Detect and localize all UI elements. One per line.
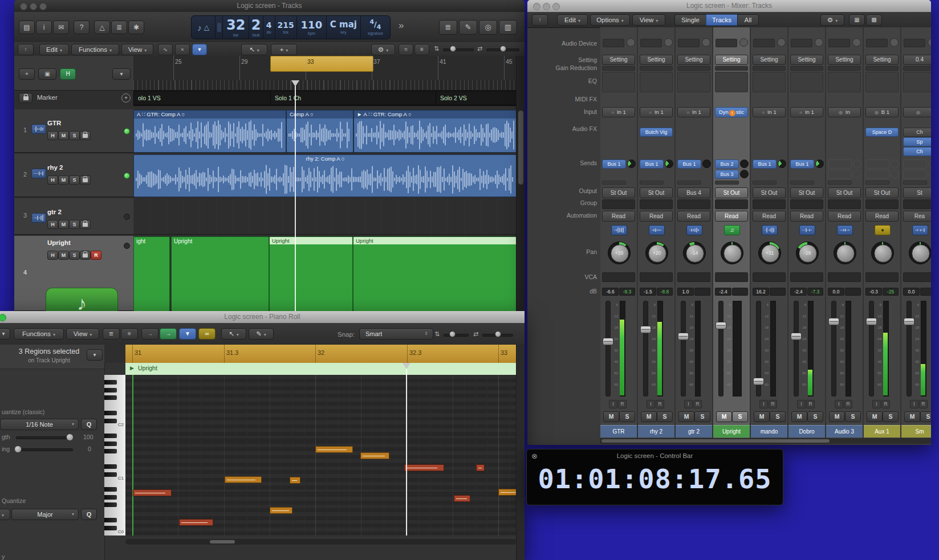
swing-slider[interactable]: [16, 448, 73, 451]
scale-root-dropdown[interactable]: ▾: [0, 509, 10, 520]
lock-icon[interactable]: [80, 251, 91, 260]
inspector-toggle-icon[interactable]: ≡: [121, 328, 138, 340]
note-pads-icon[interactable]: ✎: [459, 20, 477, 35]
eq-display[interactable]: [753, 72, 786, 92]
send-knob[interactable]: [778, 160, 786, 168]
automation-button[interactable]: Read: [753, 211, 786, 222]
solo-button[interactable]: S: [69, 131, 80, 140]
eq-display[interactable]: [903, 72, 931, 92]
bar-ruler[interactable]: 252933374145: [133, 56, 516, 81]
fader-handle[interactable]: [828, 318, 839, 325]
send-knob[interactable]: [627, 160, 636, 168]
horizontal-zoom-knob[interactable]: [500, 46, 506, 52]
solo-button[interactable]: S: [69, 251, 80, 260]
automation-button[interactable]: Read: [640, 211, 673, 222]
audio-device-slot[interactable]: [678, 39, 700, 47]
group-slot[interactable]: [790, 199, 823, 209]
vertical-zoom-icon[interactable]: ⇅: [434, 330, 440, 338]
audio-device-knob[interactable]: [928, 38, 931, 47]
eq-display[interactable]: [715, 72, 748, 92]
audio-device-slot[interactable]: [640, 39, 662, 47]
collapse-tracks-icon[interactable]: ≡: [414, 44, 429, 55]
group-slot[interactable]: [602, 199, 635, 209]
automation-icon[interactable]: ∿: [158, 44, 173, 55]
tracks-vscrollbar[interactable]: [516, 56, 525, 311]
pencil-tool-button[interactable]: ✎▾: [249, 328, 274, 340]
output-button[interactable]: St Out: [602, 187, 635, 198]
channel-name[interactable]: Aux 1: [864, 425, 900, 438]
library-icon[interactable]: ▤: [19, 21, 35, 34]
fader-track[interactable]: [831, 301, 836, 397]
send-slot-empty[interactable]: [903, 160, 927, 169]
media-icon[interactable]: ✉: [53, 21, 69, 34]
input-monitor-button[interactable]: I: [835, 400, 843, 408]
lcd-div[interactable]: 4 div: [263, 16, 275, 39]
zoom-tool-icon[interactable]: ◎: [479, 20, 497, 35]
mute-button[interactable]: M: [904, 411, 920, 422]
menu-functions[interactable]: Functions▾: [14, 328, 64, 340]
event-list-icon[interactable]: ≣: [103, 328, 120, 340]
solo-button[interactable]: S: [845, 411, 861, 422]
group-slot[interactable]: [715, 199, 748, 209]
channel-strip[interactable]: Setting○In 1Bus 1Bus 4Read-141.061218243…: [676, 27, 713, 438]
output-button[interactable]: St Out: [865, 187, 899, 198]
send-knob-empty[interactable]: [928, 160, 931, 168]
audio-device-slot[interactable]: [828, 39, 850, 47]
solo-button[interactable]: S: [807, 411, 823, 422]
quick-help-icon[interactable]: ?: [74, 21, 90, 34]
fader-track[interactable]: [794, 301, 799, 397]
midi-capture-icon[interactable]: →: [160, 328, 177, 340]
view-tracks-tab[interactable]: Tracks: [706, 14, 738, 26]
send-knob-empty[interactable]: [928, 170, 931, 178]
audio-device-slot[interactable]: [716, 39, 737, 47]
input-monitor-button[interactable]: I: [609, 400, 617, 408]
group-slot[interactable]: [640, 199, 673, 209]
menu-edit[interactable]: Edit▾: [39, 44, 69, 55]
pan-knob[interactable]: -14: [683, 242, 706, 264]
black-key[interactable]: [104, 518, 117, 522]
fader-handle[interactable]: [603, 338, 613, 345]
record-enable-button[interactable]: R: [693, 400, 702, 408]
mute-button[interactable]: M: [58, 251, 69, 260]
more-chevron[interactable]: »: [399, 20, 404, 31]
record-enable-button[interactable]: R: [769, 400, 777, 408]
menu-view[interactable]: View▾: [121, 44, 153, 55]
mute-button[interactable]: M: [58, 131, 69, 140]
audio-fx-slot[interactable]: Ch: [903, 147, 931, 156]
output-button[interactable]: St Out: [790, 187, 823, 198]
collapse-panel-icon[interactable]: ▾: [87, 349, 103, 361]
channel-name[interactable]: GTR: [600, 425, 637, 438]
automation-button[interactable]: Read: [828, 211, 861, 222]
record-ready-dot[interactable]: [124, 128, 130, 134]
track-header[interactable]: 3gtr 2HMS: [14, 198, 134, 235]
fader-handle[interactable]: [716, 322, 726, 329]
metronome-icon[interactable]: △: [94, 21, 110, 34]
group-slot[interactable]: [828, 199, 861, 209]
audio-device-slot[interactable]: [866, 39, 888, 47]
tracks-vscrollbar-thumb[interactable]: [518, 111, 523, 185]
region-play-icon[interactable]: ▶: [130, 365, 134, 371]
mute-button[interactable]: M: [641, 411, 657, 422]
channel-strip[interactable]: SettingDyn!sticBus 2Bus 3St OutRead♫-2.4…: [713, 27, 751, 438]
add-marker-icon[interactable]: +: [121, 93, 131, 103]
track-name[interactable]: Upright: [47, 239, 71, 246]
pan-knob[interactable]: +31: [758, 242, 781, 264]
hide-button[interactable]: H: [47, 220, 58, 229]
gear-icon[interactable]: ⚙▾: [820, 14, 844, 26]
lock-icon[interactable]: [80, 175, 91, 185]
ruler-ticks[interactable]: [133, 80, 516, 90]
vca-slot[interactable]: [865, 272, 899, 282]
input-button[interactable]: ○In 1: [753, 107, 786, 117]
black-key[interactable]: [104, 388, 117, 393]
db-value[interactable]: 0.0: [828, 288, 844, 296]
view-all-tab[interactable]: All: [737, 14, 759, 26]
setting-button[interactable]: Setting: [753, 55, 786, 65]
send-knob[interactable]: [702, 160, 711, 168]
metronome-icon[interactable]: △: [204, 23, 209, 31]
lcd-mode-icons[interactable]: ♪ △: [192, 16, 216, 39]
menu-options[interactable]: Options▾: [590, 14, 630, 26]
vca-slot[interactable]: [602, 272, 635, 282]
solo-button[interactable]: S: [770, 411, 786, 422]
track-name[interactable]: gtr 2: [47, 209, 62, 215]
input-monitor-button[interactable]: I: [797, 400, 806, 408]
